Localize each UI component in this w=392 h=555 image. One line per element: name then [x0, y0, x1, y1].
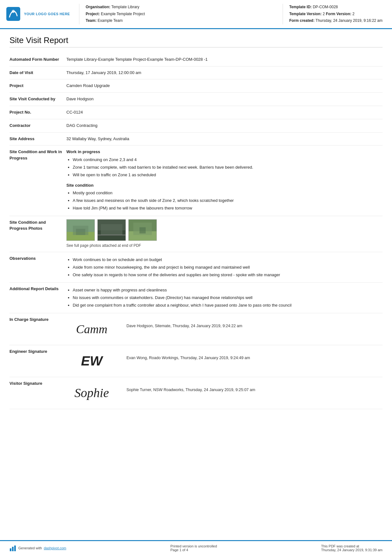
svg-rect-5: [76, 229, 85, 235]
svg-point-1: [12, 10, 15, 13]
visitor-label: Visitor Signature: [9, 380, 66, 387]
svg-rect-14: [10, 548, 11, 551]
photo-thumb-3: [128, 219, 157, 241]
contractor-row: Contractor DAG Contracting: [9, 119, 383, 133]
site-address-label: Site Address: [9, 136, 66, 142]
svg-rect-16: [14, 546, 16, 551]
print-text: Printed version is uncontrolled: [170, 544, 217, 548]
engineer-row: Engineer Signature EW Evan Wong, Roado W…: [9, 345, 383, 377]
site-condition-items-list: Mostly good condition A few issues and m…: [73, 190, 383, 211]
observations-label: Observations: [9, 255, 66, 262]
project-value: Example Template Project: [101, 12, 145, 16]
footer-brand: Generated with dashpivot.com: [9, 545, 66, 552]
site-address-row: Site Address 32 Wallaby Way, Sydney, Aus…: [9, 133, 383, 146]
footer-print-text: Printed version is uncontrolled Page 1 o…: [170, 544, 217, 552]
automated-row: Automated Form Number Template Library-E…: [9, 53, 383, 66]
footer-created-area: This PDF was created at Thursday, 24 Jan…: [321, 544, 383, 552]
engineer-sig-text: EW: [81, 354, 102, 368]
photos-row: Site Condition and Progress Photos: [9, 216, 383, 252]
list-item: One safety issue in regards to how some …: [73, 272, 383, 278]
template-version-label: Template Version:: [289, 12, 322, 16]
template-version-value: 2: [323, 12, 325, 16]
header: YOUR LOGO GOES HERE Organisation: Templa…: [0, 0, 392, 29]
photo-svg-1: [67, 219, 95, 241]
svg-rect-13: [139, 227, 146, 234]
svg-rect-8: [101, 224, 122, 235]
visitor-row: Visitor Signature Sophie Sophie Turner, …: [9, 377, 383, 409]
project-row: Project Camden Road Upgrade: [9, 79, 383, 93]
site-address-value: 32 Wallaby Way, Sydney, Australia: [66, 136, 383, 142]
footer: Generated with dashpivot.com Printed ver…: [0, 540, 392, 555]
list-item: Asset owner is happy with progress and c…: [73, 287, 383, 294]
photo-svg-3: [129, 219, 156, 241]
additional-label: Additional Report Details: [9, 286, 66, 292]
in-charge-sig-text: Camm: [76, 323, 107, 335]
project-no-label: Project No.: [9, 109, 66, 115]
visitor-value: Sophie Sophie Turner, NSW Roadworks, Thu…: [66, 380, 383, 406]
observations-list: Work continues to be on schedule and on …: [73, 257, 383, 278]
list-item: Have told Jim (PM) and he will have the …: [73, 205, 383, 212]
page-text: Page 1 of 4: [170, 548, 217, 552]
in-charge-sig-info: Dave Hodgson, Sitemate, Thursday, 24 Jan…: [126, 316, 242, 329]
main-content: Site Visit Report Automated Form Number …: [0, 29, 392, 540]
logo-area: YOUR LOGO GOES HERE: [6, 4, 73, 24]
date-row: Date of Visit Thursday, 17 January 2019,…: [9, 66, 383, 80]
automated-value: Template Library-Example Template Projec…: [66, 56, 383, 63]
engineer-label: Engineer Signature: [9, 348, 66, 355]
site-condition-heading: Site condition: [66, 182, 383, 189]
footer-link[interactable]: dashpivot.com: [44, 546, 66, 550]
site-condition-value: Work in progress Work continuing on Zone…: [66, 149, 383, 212]
list-item: Mostly good condition: [73, 190, 383, 196]
visitor-sig-info: Sophie Turner, NSW Roadworks, Thursday, …: [126, 380, 255, 393]
contractor-value: DAG Contracting: [66, 122, 383, 129]
report-title: Site Visit Report: [9, 35, 383, 47]
form-version-label: Form Version:: [326, 12, 352, 16]
project-no-value: CC-0124: [66, 109, 383, 116]
created-date: Thursday, 24 January 2019, 9:31:39 am: [321, 548, 383, 552]
in-charge-value: Camm Dave Hodgson, Sitemate, Thursday, 2…: [66, 316, 383, 342]
footer-logo-icon: [9, 545, 16, 552]
site-condition-label: Site Condition and Work in Progress: [9, 149, 66, 161]
additional-value: Asset owner is happy with progress and c…: [66, 286, 383, 309]
site-visit-label: Site Visit Conducted by: [9, 96, 66, 102]
photo-thumb-2: [97, 219, 126, 241]
list-item: Aside from some minor housekeeping, the …: [73, 264, 383, 271]
date-value: Thursday, 17 January 2019, 12:00:00 am: [66, 70, 383, 76]
observations-row: Observations Work continues to be on sch…: [9, 252, 383, 283]
engineer-value: EW Evan Wong, Roado Workings, Thursday, …: [66, 348, 383, 374]
engineer-sig-info: Evan Wong, Roado Workings, Thursday, 24 …: [126, 348, 250, 361]
engineer-signature-area: EW Evan Wong, Roado Workings, Thursday, …: [66, 348, 383, 374]
photo-thumb-1: [66, 219, 95, 241]
site-condition-row: Site Condition and Work in Progress Work…: [9, 146, 383, 216]
list-item: Work continues to be on schedule and on …: [73, 257, 383, 263]
photos-value: See full page photos attached at end of …: [66, 219, 383, 249]
template-id-value: DP-COM-0028: [313, 5, 338, 9]
photo-strip: [66, 219, 383, 241]
in-charge-label: In Charge Signature: [9, 316, 66, 323]
visitor-sig-image: Sophie: [66, 380, 117, 406]
header-middle: Organisation: Template Library Project: …: [79, 4, 276, 24]
form-version-value: 2: [352, 12, 355, 16]
list-item: A few issues and messiness on the south …: [73, 197, 383, 204]
photos-label: Site Condition and Progress Photos: [9, 219, 66, 232]
additional-list: Asset owner is happy with progress and c…: [73, 287, 383, 309]
site-visit-value: Dave Hodgson: [66, 96, 383, 103]
in-charge-signature-area: Camm Dave Hodgson, Sitemate, Thursday, 2…: [66, 316, 383, 342]
logo-icon: [6, 7, 20, 21]
project-field-value: Camden Road Upgrade: [66, 83, 383, 89]
photos-caption: See full page photos attached at end of …: [66, 243, 383, 249]
work-items-list: Work continuing on Zone 2,3 and 4 Zone 1…: [73, 157, 383, 178]
logo-text: YOUR LOGO GOES HERE: [24, 12, 70, 16]
in-charge-row: In Charge Signature Camm Dave Hodgson, S…: [9, 313, 383, 345]
header-right: Template ID: DP-COM-0028 Template Versio…: [283, 4, 383, 24]
observations-value: Work continues to be on schedule and on …: [66, 255, 383, 279]
form-created-value: Thursday, 24 January 2019, 9:16:22 am: [315, 18, 383, 23]
automated-label: Automated Form Number: [9, 56, 66, 63]
team-label: Team:: [86, 18, 96, 23]
project-label: Project:: [86, 12, 100, 16]
team-value: Example Team: [98, 18, 123, 23]
work-heading: Work in progress: [66, 149, 383, 155]
list-item: Zone 1 tarmac complete, with road barrie…: [73, 164, 383, 171]
org-label: Organisation:: [86, 5, 110, 9]
list-item: No issues with communities or stakeholde…: [73, 295, 383, 301]
